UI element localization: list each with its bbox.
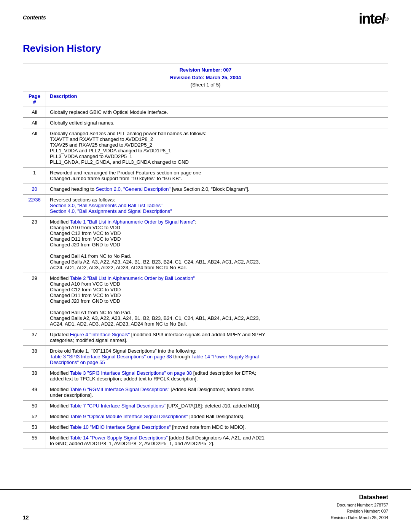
intel-logo-text: intel: [359, 11, 385, 27]
footer-datasheet-label: Datasheet: [331, 493, 388, 502]
row-page: 29: [23, 273, 46, 329]
row-desc: Modified Table 2 "Ball List in Alphanume…: [46, 273, 388, 329]
row-page: 53: [23, 422, 46, 432]
table-row: 38 Modified Table 3 "SPI3 Interface Sign…: [23, 367, 388, 384]
table-row: 20 Changed heading to Section 2.0, "Gene…: [23, 184, 388, 194]
link-table-3-spi3[interactable]: Table 3 "SPI3 Interface Signal Descripti…: [70, 370, 192, 376]
row-desc: Broke old Table 1, "IXF1104 Signal Descr…: [46, 345, 388, 367]
footer-revision-number: Revision Number: 007: [331, 508, 388, 514]
main-content: Revision History Revision Number: 007 Re…: [0, 31, 411, 464]
link-section-3[interactable]: Section 3.0, "Ball Assignments and Ball …: [50, 203, 162, 208]
table-row: 50 Modified Table 7 "CPU Interface Signa…: [23, 400, 388, 411]
row-desc: Modified Table 6 "RGMII Interface Signal…: [46, 384, 388, 400]
row-desc: Modified Table 14 "Power Supply Signal D…: [46, 432, 388, 449]
revision-number-label: Revision Number: 007: [27, 66, 384, 74]
revision-table: Revision Number: 007 Revision Date: Marc…: [23, 64, 388, 449]
table-row: 22/36 Reversed sections as follows: Sect…: [23, 194, 388, 216]
table-row: 23 Modified Table 1 "Ball List in Alphan…: [23, 216, 388, 273]
footer-right: Datasheet Document Number: 278757 Revisi…: [331, 493, 388, 521]
table-row: 1 Reworded and rearranged the Product Fe…: [23, 167, 388, 184]
row-desc: Updated Figure 4 "Interface Signals" [mo…: [46, 329, 388, 345]
link-table-7-cpu[interactable]: Table 7 "CPU Interface Signal Descriptio…: [70, 403, 166, 409]
row-desc: Reworded and rearranged the Product Feat…: [46, 167, 388, 184]
table-row: All Globally replaced GBIC with Optical …: [23, 107, 388, 117]
row-page: 23: [23, 216, 46, 273]
table-row: 55 Modified Table 14 "Power Supply Signa…: [23, 432, 388, 449]
row-page: 38: [23, 345, 46, 367]
table-row: 52 Modified Table 9 "Optical Module Inte…: [23, 411, 388, 422]
intel-logo-dot: ®: [385, 16, 388, 22]
link-section-2[interactable]: Section 2.0, "General Description": [96, 186, 170, 192]
link-table-10-mdio[interactable]: Table 10 "MDIO Interface Signal Descript…: [70, 424, 171, 430]
header-contents-label: Contents: [23, 11, 46, 21]
row-page: 50: [23, 400, 46, 411]
row-page: 38: [23, 367, 46, 384]
row-page: 20: [23, 184, 46, 194]
page-header: Contents intel®: [0, 0, 411, 31]
page-footer: 12 Datasheet Document Number: 278757 Rev…: [0, 489, 411, 521]
table-row: All Globally edited signal names.: [23, 117, 388, 128]
link-table-1[interactable]: Table 1 "Ball List in Alphanumeric Order…: [70, 219, 195, 225]
row-page: 52: [23, 411, 46, 422]
footer-revision-date: Revision Date: March 25, 2004: [331, 514, 388, 521]
row-desc: Changed heading to Section 2.0, "General…: [46, 184, 388, 194]
link-section-4[interactable]: Section 4.0, "Ball Assignments and Signa…: [50, 208, 172, 214]
row-desc: Modified Table 9 "Optical Module Interfa…: [46, 411, 388, 422]
sheet-label: (Sheet 1 of 5): [27, 81, 384, 89]
row-desc: Globally edited signal names.: [46, 117, 388, 128]
row-page: All: [23, 128, 46, 167]
table-row: 37 Updated Figure 4 "Interface Signals" …: [23, 329, 388, 345]
row-page: 55: [23, 432, 46, 449]
row-desc: Modified Table 10 "MDIO Interface Signal…: [46, 422, 388, 432]
row-desc: Modified Table 3 "SPI3 Interface Signal …: [46, 367, 388, 384]
table-row: 53 Modified Table 10 "MDIO Interface Sig…: [23, 422, 388, 432]
row-desc: Reversed sections as follows: Section 3.…: [46, 194, 388, 216]
row-page: 22/36: [23, 194, 46, 216]
table-row: 38 Broke old Table 1, "IXF1104 Signal De…: [23, 345, 388, 367]
row-page: 1: [23, 167, 46, 184]
table-row: 29 Modified Table 2 "Ball List in Alphan…: [23, 273, 388, 329]
row-desc: Modified Table 7 "CPU Interface Signal D…: [46, 400, 388, 411]
row-page: 37: [23, 329, 46, 345]
link-table-3[interactable]: Table 3 "SPI3 Interface Signal Descripti…: [50, 354, 172, 359]
footer-doc-number: Document Number: 278757: [331, 502, 388, 508]
link-table-6-rgmii[interactable]: Table 6 "RGMII Interface Signal Descript…: [70, 387, 169, 392]
intel-logo: intel®: [359, 11, 388, 27]
row-desc: Modified Table 1 "Ball List in Alphanume…: [46, 216, 388, 273]
link-table-2[interactable]: Table 2 "Ball List in Alphanumeric Order…: [70, 275, 195, 281]
row-page: All: [23, 107, 46, 117]
link-table-9-optical[interactable]: Table 9 "Optical Module Interface Signal…: [70, 414, 188, 419]
page-title: Revision History: [23, 43, 388, 54]
row-desc: Globally replaced GBIC with Optical Modu…: [46, 107, 388, 117]
table-header-cell: Revision Number: 007 Revision Date: Marc…: [23, 64, 388, 91]
col-header-page: Page #: [23, 91, 46, 107]
revision-date-label: Revision Date: March 25, 2004: [27, 74, 384, 81]
table-row: All Globally changed SerDes and PLL anal…: [23, 128, 388, 167]
col-header-desc: Description: [46, 91, 388, 107]
page: Contents intel® Revision History Revisio…: [0, 0, 411, 532]
footer-page-number: 12: [23, 514, 29, 521]
row-page: All: [23, 117, 46, 128]
row-page: 49: [23, 384, 46, 400]
link-figure-4[interactable]: Figure 4 "Interface Signals": [70, 332, 130, 337]
table-header-row: Revision Number: 007 Revision Date: Marc…: [23, 64, 388, 91]
table-row: 49 Modified Table 6 "RGMII Interface Sig…: [23, 384, 388, 400]
row-desc: Globally changed SerDes and PLL analog p…: [46, 128, 388, 167]
column-header-row: Page # Description: [23, 91, 388, 107]
link-table-14-power-supply[interactable]: Table 14 "Power Supply Signal Descriptio…: [70, 435, 168, 441]
